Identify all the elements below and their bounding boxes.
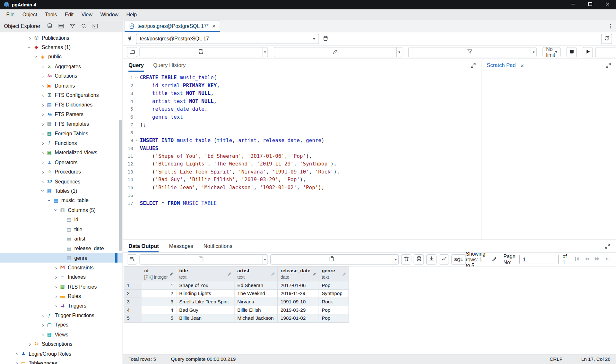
new-query-tool-icon[interactable] [323, 36, 329, 41]
grid-cell[interactable]: Billie Eilish [234, 306, 278, 314]
grid-cell[interactable]: Ed Sheeran [234, 281, 278, 290]
tree-expander-icon[interactable]: › [53, 293, 59, 299]
column-header-artist[interactable]: artisttext [234, 267, 278, 281]
tree-expander-icon[interactable]: › [14, 351, 20, 356]
sql-line[interactable]: 12 ('Blinding Lights', 'The Weeknd', '20… [123, 160, 482, 168]
menu-item-window[interactable]: Window [96, 12, 122, 18]
connection-select[interactable]: test/postgres@PostgreSQL 17 ▾ [136, 34, 319, 44]
tree-item-fts-parsers[interactable]: ›AaFTS Parsers [0, 110, 123, 119]
tab-query-history[interactable]: Query History [153, 59, 186, 72]
tree-item-id[interactable]: ▤id [0, 215, 123, 224]
copy-options-button[interactable]: ▾ [262, 254, 268, 265]
tree-item-collations[interactable]: ›AaCollations [0, 71, 123, 81]
grid-cell[interactable]: 2019-03-29 [278, 306, 319, 314]
tree-item-tablespaces[interactable]: ›▭Tablespaces [0, 359, 123, 364]
expand-scratch-pad-icon[interactable] [605, 63, 611, 68]
sql-line[interactable]: 5 release_date date, [123, 105, 482, 113]
tree-expander-icon[interactable]: › [40, 313, 46, 318]
grid-cell[interactable]: 2017-01-06 [278, 281, 319, 290]
tree-expander-icon[interactable]: › [40, 322, 46, 328]
view-data-icon[interactable] [58, 23, 64, 29]
sql-line[interactable]: 17SELECT * FROM MUSIC_TABLE [123, 199, 482, 207]
pencil-icon[interactable] [342, 272, 347, 276]
tree-item-fts-configurations[interactable]: ›⊞FTS Configurations [0, 90, 123, 100]
row-number[interactable]: 5 [124, 314, 141, 323]
menu-item-object[interactable]: Object [18, 12, 41, 18]
console-icon[interactable] [92, 23, 98, 29]
minimize-button[interactable] [564, 0, 581, 9]
tree-expander-icon[interactable]: › [40, 150, 46, 155]
pencil-icon[interactable] [169, 272, 174, 276]
sql-line[interactable]: 11 ('Shape of You', 'Ed Sheeran', '2017-… [123, 152, 482, 160]
grid-cell[interactable]: Billie Jean [176, 314, 234, 323]
tree-item-procedures[interactable]: ›()Procedures [0, 167, 123, 177]
tree-item-login-group-roles[interactable]: ›♟Login/Group Roles [0, 349, 123, 359]
sql-line[interactable]: 9›INSERT INTO music_table (title, artist… [123, 137, 482, 144]
grid-cell[interactable]: Blinding Lights [176, 290, 234, 298]
fold-icon[interactable]: › [133, 137, 140, 144]
tree-item-tables-1[interactable]: ›▦Tables (1) [0, 186, 123, 196]
tree-expander-icon[interactable]: › [40, 179, 46, 184]
tree-expander-icon[interactable]: › [53, 303, 59, 309]
select-all-cell[interactable] [124, 267, 141, 281]
delete-row-button[interactable] [401, 254, 412, 265]
filter-options-button[interactable]: ▾ [531, 47, 536, 57]
execute-script-button[interactable] [595, 47, 616, 57]
sql-button[interactable]: SQL [451, 254, 466, 265]
tree-expander-icon[interactable]: › [40, 332, 46, 337]
sql-editor[interactable]: 1›CREATE TABLE music_table(2 id serial P… [123, 72, 482, 239]
tree-expander-icon[interactable]: › [40, 169, 46, 174]
close-button[interactable] [599, 0, 616, 9]
tree-item-trigger-functions[interactable]: ›ƒTrigger Functions [0, 310, 123, 320]
tree-item-constraints[interactable]: ›⋈Constraints [0, 263, 123, 272]
tree-item-genre[interactable]: ▤genre [0, 253, 123, 263]
sql-line[interactable]: 3 title text NOT NULL, [123, 89, 482, 97]
column-header-id[interactable]: id[PK] integer [141, 267, 176, 281]
grid-cell[interactable]: Synthpop [319, 290, 349, 298]
grid-cell[interactable]: 1982-01-02 [278, 314, 319, 323]
tree-scrollbar[interactable] [119, 120, 122, 251]
tree-item-fts-templates[interactable]: ›▦FTS Templates [0, 119, 123, 129]
tree-expander-icon[interactable]: › [40, 112, 46, 117]
scratch-pad-body[interactable] [482, 72, 616, 239]
pencil-icon[interactable] [312, 272, 317, 276]
grid-cell[interactable]: 5 [141, 314, 176, 323]
tree-expander-icon[interactable]: › [27, 35, 33, 40]
tree-item-title[interactable]: ▤title [0, 224, 123, 234]
menu-item-file[interactable]: File [2, 12, 18, 18]
tree-item-music-table[interactable]: ›▦music_table [0, 196, 123, 205]
grid-cell[interactable]: 4 [141, 306, 176, 314]
tree-item-artist[interactable]: ▤artist [0, 234, 123, 244]
tree-expander-icon[interactable]: › [53, 265, 59, 270]
tab-query-tool[interactable]: test/postgres@PostgreSQL 17* × [125, 21, 220, 32]
grid-cell[interactable]: 1 [141, 281, 176, 290]
sql-line[interactable]: 8 [123, 129, 482, 136]
grid-cell[interactable]: Bad Guy [176, 306, 234, 314]
filter-button[interactable] [408, 47, 531, 57]
row-number[interactable]: 3 [124, 298, 141, 306]
tab-messages[interactable]: Messages [169, 240, 193, 252]
save-file-button[interactable] [139, 47, 262, 57]
scratch-pad-close-icon[interactable]: × [520, 62, 524, 69]
sql-line[interactable]: 15 ('Billie Jean', 'Michael Jackson', '1… [123, 184, 482, 191]
save-data-button[interactable] [414, 254, 424, 265]
tree-expander-icon[interactable]: › [40, 131, 46, 136]
grid-cell[interactable]: The Weeknd [234, 290, 278, 298]
tree-expander-icon[interactable]: › [40, 64, 46, 69]
expand-editor-icon[interactable] [470, 59, 476, 72]
tree-expander-icon[interactable]: › [40, 159, 46, 165]
paste-options-button[interactable]: ▾ [393, 254, 399, 265]
tree-item-fts-dictionaries[interactable]: ›▤FTS Dictionaries [0, 100, 123, 110]
tree-expander-icon[interactable]: › [40, 92, 46, 98]
sql-line[interactable]: 16 [123, 191, 482, 199]
tree-expander-icon[interactable]: › [40, 83, 46, 88]
grid-cell[interactable]: 2019-11-29 [278, 290, 319, 298]
tree-expander-icon[interactable]: › [27, 45, 33, 50]
sql-line[interactable]: 13 ('Smells Like Teen Spirit', 'Nirvana'… [123, 168, 482, 176]
tree-item-columns-5[interactable]: ›▥Columns (5) [0, 205, 123, 215]
row-number[interactable]: 2 [124, 290, 141, 298]
menu-item-view[interactable]: View [77, 12, 96, 18]
fold-icon[interactable]: › [133, 74, 140, 81]
tree-item-indexes[interactable]: ›≡Indexes [0, 272, 123, 282]
tree-expander-icon[interactable]: › [53, 207, 59, 213]
